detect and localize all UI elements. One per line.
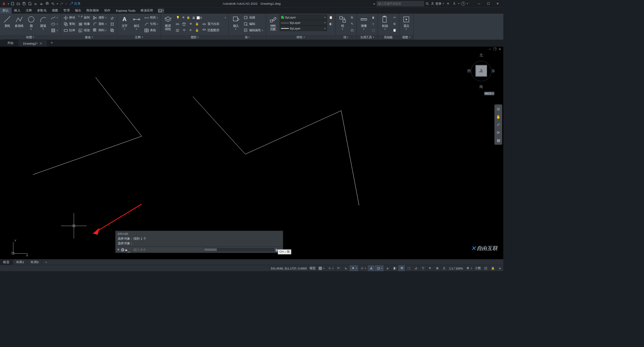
drawing-canvas[interactable]: ─ ❐ ✕ [0, 47, 503, 259]
circle-button[interactable]: 圆▾ [26, 15, 37, 34]
panel-title-view[interactable]: 视图▾ [399, 35, 413, 40]
scale-button[interactable]: 缩放 [77, 27, 91, 33]
share-button[interactable]: 共享 [69, 1, 80, 6]
table-button[interactable]: 表格 [143, 27, 159, 33]
layer-setcurrent-button[interactable]: 置为当前 [201, 21, 220, 27]
layer-plot-icon[interactable]: 🖶 [191, 15, 196, 20]
cmd-tool-icon[interactable]: ⚙ [121, 247, 124, 252]
text-button[interactable]: A文字▾ [119, 15, 130, 34]
select-icon[interactable]: ⬚ [370, 27, 376, 33]
status-qp-icon[interactable]: ◰ [482, 265, 489, 271]
matchprop-button[interactable]: 特性 匹配 [268, 15, 279, 34]
lineweight-dropdown[interactable]: ByLayer▾ [280, 26, 327, 31]
doc-close-icon[interactable]: ✕ [498, 47, 502, 51]
panel-title-block[interactable]: 块▾ [229, 35, 266, 40]
window-minimize-icon[interactable]: ─ [475, 1, 483, 6]
status-customize-icon[interactable]: ≡ [496, 265, 503, 271]
tab-express[interactable]: Express Tools [113, 8, 138, 13]
panel-title-annot[interactable]: 注释▾ [117, 35, 161, 40]
status-coords[interactable]: 341.4048, 311.1737, 0.0000 [269, 265, 308, 271]
prop-transparency-icon[interactable]: ◧ [328, 21, 334, 27]
qat-dropdown[interactable]: ▾ [7, 2, 9, 5]
array-button[interactable]: 阵列▾ [92, 27, 108, 33]
erase-tool-icon[interactable] [109, 15, 115, 21]
layer-prev-icon[interactable]: ⟲ [181, 27, 187, 33]
status-snap-icon[interactable]: ⊹▾ [326, 265, 335, 271]
viewcube-south[interactable]: 南 [479, 85, 483, 89]
window-close-icon[interactable]: ✕ [494, 1, 501, 6]
layout-2[interactable]: 布局2 [28, 259, 42, 265]
tab-add-button[interactable]: ＋ [47, 39, 56, 47]
status-transparency-icon[interactable]: ◧ [391, 265, 398, 271]
status-grid-icon[interactable]: ▾ [317, 265, 326, 271]
insert-button[interactable]: 插入▾ [230, 15, 241, 34]
app-exchange-icon[interactable]: ✕ [446, 1, 450, 6]
create-button[interactable]: 创建 [243, 15, 264, 21]
cut-icon[interactable]: ✂ [392, 15, 397, 21]
polyline-button[interactable]: 多段线 [14, 15, 25, 34]
viewcube-north[interactable]: 北 [479, 53, 483, 58]
layer-prop-button[interactable]: 图层 特性 [163, 15, 174, 34]
search-input[interactable] [377, 1, 424, 6]
edit-button[interactable]: 编辑 [243, 21, 264, 27]
status-infer-icon[interactable]: ⊢ [335, 265, 342, 271]
viewcube-wcs[interactable]: WCS▾ [484, 92, 494, 95]
status-gizmo-icon[interactable]: ✦ [426, 265, 433, 271]
panel-title-props[interactable]: 特性▾ [266, 35, 335, 40]
status-otrack-icon[interactable]: ∠ [368, 265, 375, 271]
login-button[interactable]: 登录 ▾ [431, 1, 444, 6]
stretch-button[interactable]: 拉伸 [62, 27, 76, 33]
tab-view[interactable]: 视图 [49, 8, 61, 14]
group-button[interactable]: 组▾ [337, 15, 348, 34]
point-icon[interactable]: ⊹ [370, 21, 376, 27]
status-iso-icon[interactable]: ◇▾ [359, 265, 368, 271]
linear-button[interactable]: 线性▾ [143, 15, 159, 21]
group-edit-icon[interactable]: ✎ [349, 21, 355, 27]
save-icon[interactable] [22, 1, 26, 6]
layer-color-swatch[interactable] [197, 16, 200, 19]
copy-icon[interactable]: ⧉ [392, 21, 397, 27]
panel-title-util[interactable]: 实用工具▾ [357, 35, 378, 40]
layer-freeze-icon[interactable]: ❄ [181, 15, 185, 20]
layer-dropdown[interactable]: 0 [200, 16, 224, 19]
layer-match-button[interactable]: 匹配图层 [201, 27, 220, 33]
layer-iso-icon[interactable] [174, 21, 180, 27]
layout-model[interactable]: 模型 [0, 259, 13, 265]
cmd-scrollbar[interactable] [204, 248, 274, 251]
layer-freeze2-icon[interactable]: ❄ [188, 21, 194, 27]
layer-walk-icon[interactable] [174, 27, 180, 33]
copy-button[interactable]: 复制 [62, 21, 76, 27]
line-button[interactable]: 直线 [2, 15, 13, 34]
tab-addon[interactable]: 附加模块 [84, 8, 102, 14]
ribbon-toggle-icon[interactable]: ▾ [158, 8, 164, 13]
new-icon[interactable] [10, 1, 15, 6]
redo-icon[interactable] [59, 1, 64, 6]
viewcube-top[interactable]: 上 [476, 65, 487, 77]
base-button[interactable]: 基点▾ [401, 15, 412, 34]
status-dyn-ucs-icon[interactable]: ⊿ [412, 265, 419, 271]
linetype-dropdown[interactable]: ByLayer▾ [280, 20, 327, 26]
ime-indicator[interactable]: CH ♪ 简 [278, 249, 291, 254]
print-icon[interactable] [45, 1, 50, 6]
help-icon[interactable]: ? [461, 2, 466, 6]
status-cycling-icon[interactable]: ⟲ [398, 265, 405, 271]
layer-lock-icon[interactable]: 🔒 [186, 15, 191, 20]
viewcube-west[interactable]: 西 [467, 69, 471, 73]
move-button[interactable]: 移动 [62, 15, 76, 21]
fillet-button[interactable]: 圆角▾ [92, 21, 108, 27]
offset-tool-icon[interactable] [109, 27, 115, 33]
command-input[interactable] [131, 247, 202, 252]
calculator-icon[interactable]: 🖩 [370, 15, 376, 21]
status-3dosnap-icon[interactable]: ⬚ [405, 265, 412, 271]
layer-lock2-icon[interactable]: 🔒 [194, 21, 200, 27]
mirror-button[interactable]: 镜像 [77, 21, 91, 27]
dimension-button[interactable]: 标注▾ [131, 15, 142, 34]
status-ortho-icon[interactable]: ⊾ [342, 265, 349, 271]
tab-drawing1[interactable]: Drawing1* ✕ [18, 40, 47, 47]
layer-thaw-icon[interactable]: ☀ [188, 27, 194, 33]
status-dec-icon[interactable]: ⚙▾ [464, 265, 473, 271]
layer-bulb-icon[interactable]: 💡 [176, 15, 180, 20]
panel-title-modify[interactable]: 修改▾ [61, 35, 117, 40]
nav-bar[interactable]: ◎ ✋ ⤢ ⟳ ▤ [494, 104, 502, 145]
layer-off-icon[interactable] [181, 21, 187, 27]
